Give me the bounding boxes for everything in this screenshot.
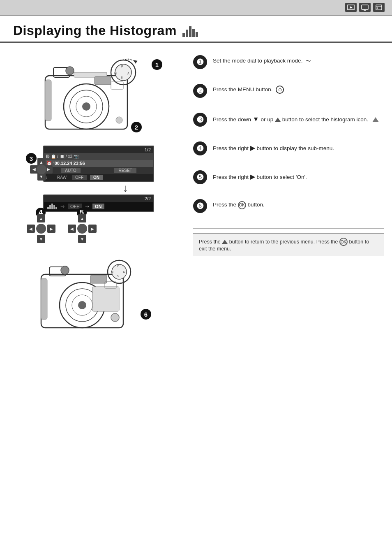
menu-icon-4: x3 — [68, 154, 73, 159]
dpad4-down[interactable]: ▼ — [37, 235, 45, 243]
step4-number: ❹ — [193, 141, 207, 155]
step6-text: Press the OK button. — [213, 199, 384, 209]
section-header: Displaying the Histogram — [0, 16, 392, 43]
controls-row: 4 ▲ ▼ ◀ ▶ 5 ▲ — [27, 214, 175, 243]
svg-text:P: P — [121, 65, 123, 68]
hist-bar-2 — [186, 30, 188, 37]
card-icon-box — [373, 3, 385, 12]
menu-icons-row: 🖼 📋 / 🔲 / x3 📷 — [44, 153, 153, 160]
menu-raw-label: RAW — [57, 175, 69, 180]
ok-button-icon: OK — [238, 201, 246, 209]
svg-text:A: A — [127, 72, 129, 75]
sub-hist-bar2 — [49, 205, 51, 209]
main-menu-screen: 1/2 🖼 📋 / 🔲 / x3 📷 ⏰ '00.12.24 23:56 — [43, 146, 154, 182]
note-triangle-icon — [222, 240, 228, 244]
sub-hist-bar5 — [55, 207, 57, 209]
instruction-1: ❶ Set the mode dial to playback mode. 〜 — [193, 55, 384, 73]
camera-bottom-svg: P A S M — [29, 254, 148, 334]
menu-icon-sep2: / — [66, 154, 67, 159]
menu-icon-sep: / — [57, 154, 58, 159]
instruction-2: ❷ Press the MENU button. ⊙ — [193, 84, 384, 102]
right-column: ❶ Set the mode dial to playback mode. 〜 … — [181, 51, 384, 336]
playback-icon — [347, 4, 355, 11]
hist-bar-4 — [192, 29, 195, 37]
svg-rect-18 — [45, 80, 51, 121]
instruction-5: ❺ Press the right ▶ button to select 'On… — [193, 170, 384, 188]
dpad5-up[interactable]: ▲ — [78, 214, 86, 222]
sub-arrow-1: ⇒ — [60, 204, 65, 209]
right-arrow-icon-5: ▶ — [250, 173, 255, 180]
menu-button-icon: ⊙ — [276, 86, 284, 94]
note-box: Press the button to return to the previo… — [193, 233, 384, 256]
step2-text: Press the MENU button. ⊙ — [213, 84, 384, 94]
svg-point-2 — [377, 7, 378, 9]
svg-text:M: M — [114, 72, 117, 75]
menu-raw-off: OFF — [72, 175, 87, 180]
hist-bar-3 — [189, 26, 191, 37]
menu-raw-on: ON — [90, 175, 103, 180]
svg-point-34 — [61, 266, 69, 274]
svg-text:P: P — [117, 264, 119, 267]
svg-point-38 — [111, 313, 119, 322]
svg-rect-37 — [92, 287, 119, 311]
top-bar — [0, 0, 392, 16]
dpad5-left[interactable]: ◀ — [68, 225, 76, 233]
monitor-icon — [361, 4, 369, 11]
dpad4-center — [36, 224, 46, 234]
step1-diagram-label: 1 — [152, 59, 162, 70]
histogram-triangle-icon — [372, 117, 379, 122]
dpad4-up[interactable]: ▲ — [37, 214, 45, 222]
svg-point-20 — [116, 117, 122, 123]
submenu-page: 2/2 — [145, 196, 151, 201]
menu-reset: RESET — [114, 168, 136, 173]
camera-diagram-top: P A S M 1 — [25, 51, 164, 141]
dpad4-left[interactable]: ◀ — [27, 225, 35, 233]
dpad4-right[interactable]: ▶ — [47, 225, 55, 233]
hist-bar-1 — [182, 33, 185, 37]
playback-icon-box — [345, 3, 357, 12]
menu-page: 1/2 — [145, 147, 151, 152]
sub-hist-icon — [47, 204, 57, 209]
sub-arrow-2: ⇒ — [85, 204, 89, 209]
svg-rect-35 — [41, 278, 47, 320]
menu-section: 3 ▲ ▼ ◀ ▶ 1/2 🖼 📋 — [14, 146, 175, 243]
step3-text: Press the down ▼ or up button to select … — [213, 113, 384, 124]
left-column: P A S M 1 — [8, 51, 181, 336]
sub-hist-bar1 — [47, 207, 49, 209]
up-triangle-icon — [275, 118, 281, 122]
dpad-step3: ▲ ▼ ◀ ▶ — [30, 158, 53, 181]
dpad-center — [37, 164, 46, 174]
menu-icon-5: 📷 — [74, 154, 78, 159]
instruction-separator — [193, 228, 384, 229]
menu-date-row: ⏰ '00.12.24 23:56 — [44, 160, 153, 167]
dpad5-right[interactable]: ▶ — [88, 225, 97, 233]
menu-auto: AUTO — [61, 168, 81, 173]
step5-dpad-wrapper: 5 ▲ ▼ ◀ ▶ — [68, 214, 97, 243]
sub-on-label: ON — [92, 204, 104, 209]
arrow-down-icon: ↓ — [76, 182, 175, 195]
menu-date: '00.12.24 23:56 — [53, 161, 85, 166]
step6-diagram-label: 6 — [141, 309, 151, 320]
menu-icon-3: 🔲 — [60, 154, 65, 159]
sub-menu-header: 2/2 — [44, 195, 153, 202]
sub-hist-bar3 — [51, 204, 53, 209]
right-arrow-icon-4: ▶ — [250, 144, 255, 151]
step3-number: ❸ — [193, 113, 207, 127]
dpad-step4: ▲ ▼ ◀ ▶ — [27, 214, 55, 243]
camera-diagram-bottom: P A S M 6 — [29, 254, 160, 336]
instruction-3: ❸ Press the down ▼ or up button to selec… — [193, 113, 384, 131]
menu-raw-row: ↓ RAW OFF ON — [44, 174, 153, 181]
step1-text: Set the mode dial to playback mode. 〜 — [213, 55, 384, 65]
hist-bar-5 — [196, 32, 198, 37]
step2-number: ❷ — [193, 84, 207, 98]
step4-dpad-wrapper: 4 ▲ ▼ ◀ ▶ — [27, 214, 55, 243]
instruction-4: ❹ Press the right ▶ button to display th… — [193, 141, 384, 160]
down-arrow-icon: ▼ — [253, 116, 259, 123]
svg-rect-1 — [376, 5, 382, 10]
dpad5-down[interactable]: ▼ — [78, 235, 86, 243]
step1-number: ❶ — [193, 55, 207, 69]
sub-menu-row: ⇒ OFF ⇒ ON — [44, 202, 153, 211]
sub-hist-bar4 — [53, 205, 55, 209]
main-content: P A S M 1 — [0, 43, 392, 344]
sub-menu-screen: 2/2 ⇒ OFF ⇒ ON — [43, 195, 154, 212]
